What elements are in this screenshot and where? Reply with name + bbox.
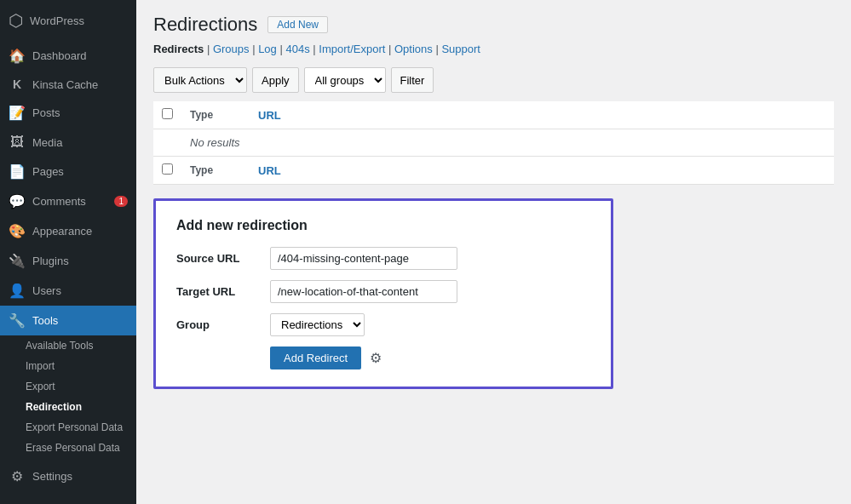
no-results-row: No results bbox=[153, 129, 834, 157]
sidebar-item-label: Media bbox=[32, 136, 62, 149]
settings-gear-icon[interactable]: ⚙ bbox=[370, 350, 382, 366]
col-type-header: Type bbox=[181, 101, 250, 129]
users-icon: 👤 bbox=[9, 283, 26, 299]
sidebar-item-label: Dashboard bbox=[32, 49, 87, 62]
toolbar: Bulk Actions Apply All groups Filter bbox=[153, 67, 834, 93]
target-url-input[interactable] bbox=[270, 280, 457, 303]
sidebar-sub-export[interactable]: Export bbox=[0, 376, 136, 397]
sidebar-item-kinsta-cache[interactable]: K Kinsta Cache bbox=[0, 71, 136, 98]
no-results-cell: No results bbox=[181, 129, 834, 157]
sidebar-item-label: Plugins bbox=[32, 255, 69, 267]
sidebar-item-media[interactable]: 🖼 Media bbox=[0, 128, 136, 157]
source-url-label: Source URL bbox=[176, 252, 270, 265]
add-redirection-box: Add new redirection Source URL Target UR… bbox=[153, 198, 613, 389]
subnav-redirects[interactable]: Redirects bbox=[153, 43, 204, 55]
form-actions: Add Redirect ⚙ bbox=[270, 346, 590, 369]
source-url-input[interactable] bbox=[270, 247, 457, 270]
group-select[interactable]: All groups bbox=[304, 67, 386, 93]
sidebar-item-dashboard[interactable]: 🏠 Dashboard bbox=[0, 41, 136, 71]
comments-badge: 1 bbox=[114, 196, 128, 207]
redirects-table: Type URL No results Type URL bbox=[153, 101, 834, 185]
sidebar-item-comments[interactable]: 💬 Comments 1 bbox=[0, 186, 136, 216]
media-icon: 🖼 bbox=[9, 135, 26, 150]
sidebar-sub-erase-personal[interactable]: Erase Personal Data bbox=[0, 438, 136, 458]
add-new-button[interactable]: Add New bbox=[267, 16, 328, 33]
page-title: Redirections bbox=[153, 14, 257, 36]
sidebar-item-label: Settings bbox=[32, 470, 72, 483]
sidebar-item-users[interactable]: 👤 Users bbox=[0, 276, 136, 306]
kinsta-icon: K bbox=[9, 77, 26, 91]
subnav-support[interactable]: Support bbox=[441, 43, 480, 55]
add-redirection-title: Add new redirection bbox=[176, 218, 590, 233]
subnav-import-export[interactable]: Import/Export bbox=[319, 43, 385, 55]
sidebar-sub-available-tools[interactable]: Available Tools bbox=[0, 335, 136, 356]
pages-icon: 📄 bbox=[9, 163, 26, 180]
filter-button[interactable]: Filter bbox=[391, 67, 434, 93]
col-url-footer: URL bbox=[250, 157, 834, 185]
group-label: Group bbox=[176, 318, 270, 331]
sidebar-item-label: Pages bbox=[32, 165, 64, 178]
add-redirect-button[interactable]: Add Redirect bbox=[270, 346, 361, 369]
sidebar-item-appearance[interactable]: 🎨 Appearance bbox=[0, 216, 136, 246]
sidebar-logo: ⬡ WordPress bbox=[0, 0, 136, 41]
col-check-header bbox=[153, 101, 181, 129]
col-type-footer: Type bbox=[181, 157, 250, 185]
sidebar-item-label: Users bbox=[32, 284, 61, 297]
col-url-header: URL bbox=[250, 101, 834, 129]
bulk-actions-select[interactable]: Bulk Actions bbox=[153, 67, 247, 93]
subnav-options[interactable]: Options bbox=[394, 43, 433, 55]
sidebar-sub-export-personal[interactable]: Export Personal Data bbox=[0, 417, 136, 438]
sidebar-item-label: Comments bbox=[32, 195, 86, 208]
wp-logo-icon: ⬡ bbox=[9, 10, 23, 31]
source-url-row: Source URL bbox=[176, 247, 590, 270]
target-url-row: Target URL bbox=[176, 280, 590, 303]
main-content: Redirections Add New Redirects | Groups … bbox=[136, 0, 851, 504]
appearance-icon: 🎨 bbox=[9, 223, 26, 239]
sidebar-sub-redirection[interactable]: Redirection bbox=[0, 397, 136, 417]
sidebar-item-pages[interactable]: 📄 Pages bbox=[0, 157, 136, 186]
subnav-log[interactable]: Log bbox=[258, 43, 277, 55]
group-row: Group Redirections bbox=[176, 313, 590, 336]
page-header: Redirections Add New bbox=[153, 14, 834, 36]
sidebar-item-label: Tools bbox=[32, 314, 58, 327]
sidebar: ⬡ WordPress 🏠 Dashboard K Kinsta Cache 📝… bbox=[0, 0, 136, 504]
target-url-label: Target URL bbox=[176, 285, 270, 298]
sub-nav: Redirects | Groups | Log | 404s | Import… bbox=[153, 43, 834, 55]
tools-icon: 🔧 bbox=[9, 312, 26, 329]
select-all-checkbox[interactable] bbox=[162, 108, 173, 119]
table-footer-row: Type URL bbox=[153, 157, 834, 185]
col-check-footer bbox=[153, 157, 181, 185]
dashboard-icon: 🏠 bbox=[9, 48, 26, 64]
group-dropdown[interactable]: Redirections bbox=[270, 313, 365, 336]
sidebar-sub-import[interactable]: Import bbox=[0, 356, 136, 376]
sidebar-item-tools[interactable]: 🔧 Tools bbox=[0, 306, 136, 335]
subnav-groups[interactable]: Groups bbox=[213, 43, 250, 55]
select-all-checkbox-bottom[interactable] bbox=[162, 163, 173, 175]
subnav-404s[interactable]: 404s bbox=[285, 43, 309, 55]
apply-button[interactable]: Apply bbox=[252, 67, 299, 93]
sidebar-item-plugins[interactable]: 🔌 Plugins bbox=[0, 246, 136, 276]
posts-icon: 📝 bbox=[9, 105, 26, 121]
sidebar-item-label: Posts bbox=[32, 106, 60, 119]
table-header-row: Type URL bbox=[153, 101, 834, 129]
plugins-icon: 🔌 bbox=[9, 253, 26, 269]
sidebar-item-posts[interactable]: 📝 Posts bbox=[0, 98, 136, 128]
site-name: WordPress bbox=[30, 14, 84, 27]
sidebar-item-label: Kinsta Cache bbox=[32, 78, 98, 91]
sidebar-item-label: Appearance bbox=[32, 225, 92, 238]
settings-icon: ⚙ bbox=[9, 468, 26, 484]
sidebar-item-settings[interactable]: ⚙ Settings bbox=[0, 461, 136, 491]
comments-icon: 💬 bbox=[9, 193, 26, 209]
